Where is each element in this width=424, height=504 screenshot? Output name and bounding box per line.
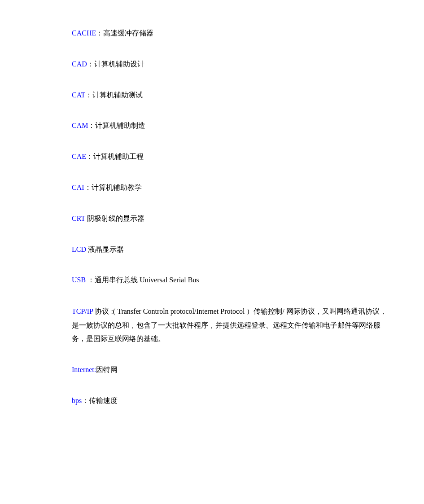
def-cat: ：计算机辅助测试 — [85, 91, 143, 99]
term-bps: bps：传输速度 — [72, 394, 388, 408]
term-usb: USB ：通用串行总线 Universal Serial Bus — [72, 274, 388, 287]
keyword-usb: USB — [72, 276, 86, 284]
keyword-cai: CAI — [72, 184, 84, 191]
keyword-cam: CAM — [72, 122, 88, 129]
content-container: CACHE：高速缓冲存储器 CAD：计算机辅助设计 CAT：计算机辅助测试 CA… — [72, 27, 388, 408]
keyword-cat: CAT — [72, 91, 85, 99]
def-lcd: 液晶显示器 — [86, 245, 124, 253]
term-cae: CAE：计算机辅助工程 — [72, 150, 388, 163]
def-crt: 阴极射线的显示器 — [85, 215, 144, 222]
keyword-lcd: LCD — [72, 245, 86, 253]
term-internet: Internet:因特网 — [72, 364, 388, 377]
keyword-bps: bps — [72, 397, 82, 404]
def-cai: ：计算机辅助教学 — [84, 184, 142, 191]
term-cat: CAT：计算机辅助测试 — [72, 89, 388, 102]
keyword-crt: CRT — [72, 215, 85, 222]
keyword-cae: CAE — [72, 153, 86, 160]
def-usb: ：通用串行总线 Universal Serial Bus — [86, 276, 199, 284]
keyword-internet: Internet: — [72, 366, 96, 373]
term-cache: CACHE：高速缓冲存储器 — [72, 27, 388, 40]
term-tcpip: TCP/IP 协议 :( Transfer Controln protocol/… — [72, 305, 388, 346]
term-crt: CRT 阴极射线的显示器 — [72, 212, 388, 225]
term-lcd: LCD 液晶显示器 — [72, 243, 388, 256]
def-cad: ：计算机辅助设计 — [87, 60, 144, 68]
term-cai: CAI：计算机辅助教学 — [72, 181, 388, 194]
term-cad: CAD：计算机辅助设计 — [72, 58, 388, 71]
def-cache: ：高速缓冲存储器 — [96, 29, 153, 37]
def-bps: ：传输速度 — [82, 397, 118, 404]
def-cae: ：计算机辅助工程 — [86, 153, 144, 160]
term-cam: CAM：计算机辅助制造 — [72, 119, 388, 132]
def-cam: ：计算机辅助制造 — [88, 122, 145, 129]
def-tcpip: 协议 :( Transfer Controln protocol/Interne… — [72, 307, 387, 342]
tcpip-text: TCP/IP 协议 :( Transfer Controln protocol/… — [72, 305, 388, 346]
keyword-cad: CAD — [72, 60, 87, 68]
keyword-cache: CACHE — [72, 29, 96, 37]
def-internet: 因特网 — [96, 366, 118, 373]
keyword-tcpip: TCP/IP — [72, 307, 93, 315]
